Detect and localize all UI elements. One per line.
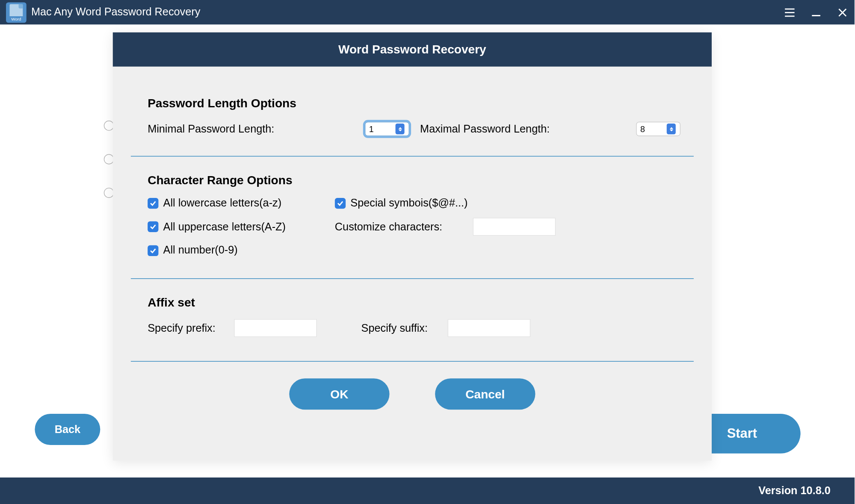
length-heading: Password Length Options — [131, 97, 694, 110]
customize-row: Customize characters: — [335, 218, 694, 236]
divider — [131, 361, 694, 362]
max-length-input[interactable] — [637, 122, 667, 136]
dialog-title: Word Password Recovery — [113, 32, 712, 67]
min-length-input[interactable] — [365, 122, 395, 136]
customize-label: Customize characters: — [335, 221, 473, 233]
app-title: Mac Any Word Password Recovery — [31, 6, 200, 18]
min-length-label: Minimal Password Length: — [148, 123, 365, 135]
number-label: All number(0-9) — [163, 244, 238, 256]
prefix-label: Specify prefix: — [148, 322, 234, 334]
ok-button[interactable]: OK — [289, 378, 389, 410]
main-content: Back Start Word Password Recovery Passwo… — [0, 25, 855, 477]
stepper-arrows-icon[interactable] — [396, 124, 405, 134]
cancel-button[interactable]: Cancel — [435, 378, 535, 410]
menu-icon[interactable] — [784, 6, 796, 18]
suffix-label: Specify suffix: — [361, 322, 448, 334]
close-icon[interactable] — [837, 6, 849, 18]
uppercase-checkbox[interactable] — [148, 221, 158, 232]
divider — [131, 278, 694, 279]
number-checkbox[interactable] — [148, 245, 158, 256]
back-button[interactable]: Back — [35, 414, 100, 445]
cancel-button-label: Cancel — [465, 387, 505, 401]
char-heading: Character Range Options — [131, 173, 694, 187]
settings-dialog: Word Password Recovery Password Length O… — [113, 32, 712, 461]
max-length-label: Maximal Password Length: — [420, 123, 550, 135]
suffix-input[interactable] — [448, 319, 531, 337]
lowercase-checkbox[interactable] — [148, 197, 158, 208]
number-checkbox-row: All number(0-9) — [148, 244, 335, 256]
affix-heading: Affix set — [131, 296, 694, 309]
ok-button-label: OK — [330, 387, 348, 401]
minimize-icon[interactable] — [810, 6, 822, 18]
lowercase-label: All lowercase letters(a-z) — [163, 197, 281, 209]
max-length-stepper[interactable] — [636, 122, 680, 136]
app-icon: Word — [6, 2, 27, 23]
uppercase-checkbox-row: All uppercase letters(A-Z) — [148, 218, 335, 236]
titlebar: Word Mac Any Word Password Recovery — [0, 0, 855, 25]
back-button-label: Back — [55, 423, 80, 436]
special-checkbox[interactable] — [335, 197, 346, 208]
lowercase-checkbox-row: All lowercase letters(a-z) — [148, 197, 335, 209]
uppercase-label: All uppercase letters(A-Z) — [163, 221, 286, 233]
version-label: Version 10.8.0 — [758, 484, 830, 497]
divider — [131, 156, 694, 156]
customize-input[interactable] — [473, 218, 556, 236]
min-length-stepper[interactable] — [365, 122, 409, 136]
prefix-input[interactable] — [234, 319, 317, 337]
stepper-arrows-icon[interactable] — [667, 124, 676, 134]
start-button-label: Start — [727, 426, 757, 441]
footer: Version 10.8.0 — [0, 477, 855, 504]
special-label: Special symbois($@#...) — [350, 197, 467, 209]
special-checkbox-row: Special symbois($@#...) — [335, 197, 694, 209]
